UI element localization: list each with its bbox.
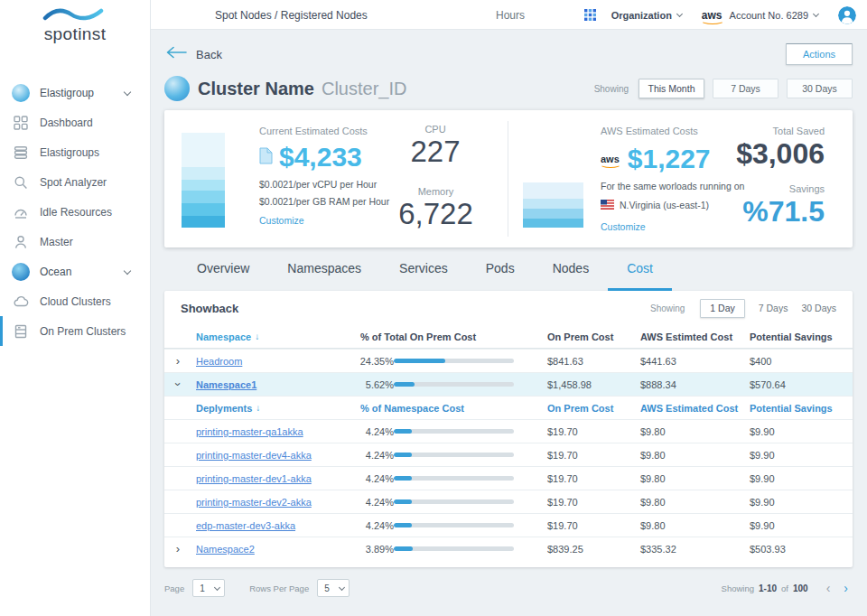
tab-namespaces[interactable]: Namespaces (268, 247, 380, 291)
tab-cost[interactable]: Cost (608, 247, 672, 291)
sidebar-item-master[interactable]: Master (0, 227, 150, 257)
sidebar-item-cloud-clusters[interactable]: Cloud Clusters (0, 286, 150, 316)
table-row-expanded: › Namespace1 5.62% $1,458.98 $888.34 $57… (164, 372, 853, 396)
deployment-link[interactable]: edp-master-dev3-akka (196, 520, 295, 531)
expand-row-button[interactable]: › (164, 355, 191, 367)
range-1-day-button[interactable]: 1 Day (700, 299, 744, 318)
person-icon (12, 233, 30, 251)
tab-services[interactable]: Services (380, 247, 467, 291)
logo-wave-icon (42, 7, 108, 26)
column-header-aws[interactable]: AWS Estimated Cost (640, 403, 750, 414)
column-header-pct-namespace[interactable]: % of Namespace Cost (354, 403, 547, 414)
expand-row-button[interactable]: › (164, 543, 191, 555)
page-select[interactable]: 1 (192, 579, 225, 597)
document-icon (259, 147, 273, 168)
current-costs-label: Current Estimated Costs (259, 126, 389, 136)
column-header-savings[interactable]: Potential Savings (750, 331, 853, 342)
deployment-link[interactable]: printing-master-dev2-akka (196, 497, 312, 508)
hours-label: Hours (496, 9, 525, 22)
current-costs-value: $4,233 (279, 142, 362, 173)
rows-per-page-select[interactable]: 5 (317, 579, 350, 597)
range-this-month-button[interactable]: This Month (639, 79, 704, 98)
table-row: › Namespace2 3.89% $839.25 $335.32 $503.… (164, 537, 853, 560)
tab-overview[interactable]: Overview (178, 247, 268, 291)
customize-link[interactable]: Customize (601, 221, 646, 232)
aws-region: N.Virginia (us-east-1) (620, 200, 709, 210)
column-header-on-prem[interactable]: On Prem Cost (547, 403, 640, 414)
user-avatar[interactable] (838, 6, 856, 24)
memory-value: 6,722 (393, 199, 479, 230)
divider (508, 121, 508, 237)
showback-title: Showback (181, 302, 238, 315)
showing-range: 1-10 (759, 583, 777, 593)
savings-label: Savings (736, 183, 825, 194)
spotinst-logo[interactable]: spotinst (0, 0, 150, 43)
sidebar-item-ocean[interactable]: Ocean (0, 257, 150, 286)
range-30-days-button[interactable]: 30 Days (787, 79, 853, 98)
chevron-down-icon (339, 583, 345, 590)
showback-range-group: Showing 1 Day 7 Days 30 Days (650, 299, 836, 318)
breadcrumb[interactable]: Spot Nodes / Registered Nodes (215, 9, 368, 22)
cpu-value: 227 (401, 136, 470, 168)
table-row: › Headroom 24.35% $841.63 $441.63 $400 (164, 349, 853, 372)
namespace-link[interactable]: Headroom (196, 356, 242, 367)
deployment-link[interactable]: printing-master-qa1akka (196, 426, 303, 437)
showback-card: Showback Showing 1 Day 7 Days 30 Days Na… (164, 291, 853, 567)
sidebar-item-on-prem-clusters[interactable]: On Prem Clusters (0, 316, 150, 346)
cost-bar (394, 546, 514, 551)
column-header-namespace[interactable]: Namespace ↓ (191, 331, 354, 342)
tab-nodes[interactable]: Nodes (534, 247, 608, 291)
range-7-days-link[interactable]: 7 Days (759, 303, 788, 313)
column-header-pct-total[interactable]: % of Total On Prem Cost (354, 331, 547, 342)
server-rack-icon (12, 322, 30, 341)
sidebar-item-idle-resources[interactable]: Idle Resources (0, 197, 150, 227)
deployment-row: printing-master-dev2-akka 4.24% $19.70 $… (164, 490, 853, 513)
logo-text: spotinst (44, 24, 107, 44)
sidebar-item-dashboard[interactable]: Dashboard (0, 107, 150, 137)
table-header-row: Namespace ↓ % of Total On Prem Cost On P… (164, 325, 853, 349)
actions-button[interactable]: Actions (786, 43, 853, 65)
pagination: Page 1 Rows Per Page 5 Showing 1-10 of 1… (164, 579, 853, 597)
account-dropdown[interactable]: Account No. 6289 (730, 10, 818, 21)
back-button[interactable]: Back (164, 46, 222, 62)
cost-bar (394, 382, 514, 387)
app-grid-icon[interactable] (584, 9, 596, 21)
column-header-on-prem[interactable]: On Prem Cost (547, 331, 640, 342)
elastigroup-icon (12, 84, 30, 102)
column-header-deployments[interactable]: Deplyments ↓ (191, 403, 354, 414)
column-header-savings[interactable]: Potential Savings (750, 403, 853, 414)
customize-link[interactable]: Customize (259, 215, 304, 226)
next-page-button[interactable]: › (839, 582, 853, 594)
column-header-aws[interactable]: AWS Estimted Cost (640, 331, 750, 342)
deployment-link[interactable]: printing-master-dev1-akka (196, 473, 312, 484)
sidebar-item-elastigroup[interactable]: Elastigroup (0, 78, 150, 107)
showing-label: Showing (650, 303, 685, 313)
sidebar-item-spot-analyzer[interactable]: Spot Analyzer (0, 167, 150, 197)
cost-bar (394, 523, 514, 527)
range-7-days-button[interactable]: 7 Days (713, 79, 778, 98)
showing-label: Showing (722, 583, 754, 593)
namespace-link[interactable]: Namespace1 (196, 379, 256, 390)
sidebar: spotinst Elastigroup Dashboard (0, 0, 151, 616)
tab-pods[interactable]: Pods (467, 247, 534, 291)
collapse-row-button[interactable]: › (164, 378, 191, 390)
cloud-icon (12, 293, 30, 311)
cluster-icon (164, 76, 190, 101)
total-saved-label: Total Saved (736, 126, 825, 136)
prev-page-button[interactable]: ‹ (822, 582, 835, 594)
sidebar-nav: Elastigroup Dashboard (0, 43, 150, 346)
time-range-group: Showing This Month 7 Days 30 Days (594, 79, 853, 98)
organization-dropdown[interactable]: Organization (611, 10, 682, 21)
us-flag-icon (601, 197, 614, 213)
deployment-link[interactable]: printing-master-dev4-akka (196, 450, 312, 461)
ram-rate: $0.0021/per GB RAM per Hour (259, 196, 389, 207)
chevron-down-icon (124, 267, 131, 275)
aws-gradient-chart (523, 182, 583, 228)
deployment-row: edp-master-dev3-akka 4.24% $19.70 $9.80 … (164, 513, 853, 537)
namespace-link[interactable]: Namespace2 (196, 544, 255, 555)
page-label: Page (164, 583, 184, 593)
range-30-days-link[interactable]: 30 Days (801, 303, 836, 313)
cluster-name: Cluster Name (198, 79, 314, 99)
sidebar-item-elastigroups[interactable]: Elastigroups (0, 137, 150, 167)
memory-label: Memory (393, 186, 479, 197)
